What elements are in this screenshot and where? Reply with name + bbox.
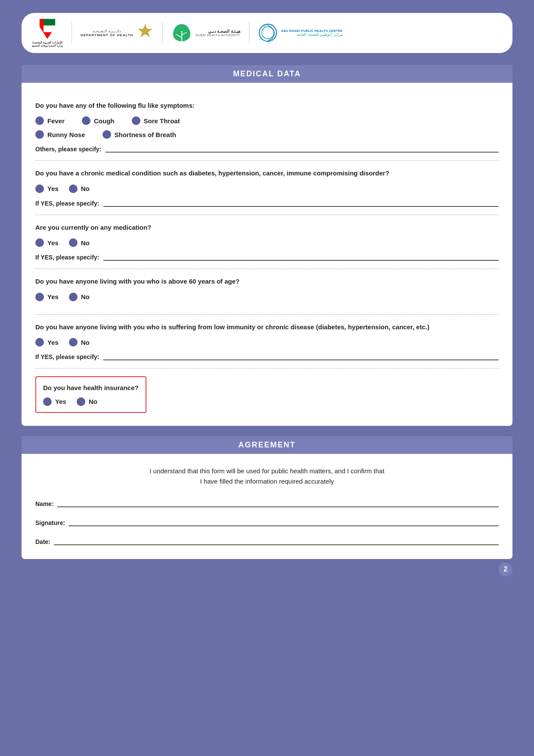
header-divider-3 — [249, 22, 249, 44]
symptom-sore-throat[interactable]: Sore Throat — [132, 116, 180, 125]
q5-yes-option[interactable]: Yes — [35, 338, 59, 347]
q1-others-label: Others, please specify: — [35, 146, 101, 153]
q4-no-label: No — [81, 293, 90, 300]
q2-yes-no: Yes No — [35, 184, 499, 193]
q3-no-option[interactable]: No — [69, 238, 90, 247]
q5-yes-dot — [35, 338, 44, 347]
dha-leaf-icon — [171, 22, 192, 43]
q2-yes-option[interactable]: Yes — [35, 184, 59, 193]
uae-logo: الإمارات العربية المتحدة وزارة الصحـة وو… — [32, 18, 63, 48]
doh-arabic-text: دائـــرة الـصـحـة — [81, 29, 133, 33]
header-divider-2 — [162, 22, 163, 44]
q5-no-option[interactable]: No — [69, 338, 90, 347]
medical-data-content: Do you have any of the following flu lik… — [22, 83, 512, 426]
dha-arabic-text: هيـئـة الصحـة دبـي — [196, 29, 240, 34]
q2-yes-dot — [35, 184, 44, 193]
q3-medication: Are you currently on any medication? Yes… — [35, 215, 499, 269]
q6-health-insurance: Do you have health insurance? Yes No — [35, 369, 499, 415]
q6-no-dot — [77, 397, 85, 406]
q3-specify-input[interactable] — [103, 252, 499, 261]
q3-yes-label: Yes — [47, 239, 59, 247]
runny-nose-label: Runny Nose — [47, 131, 85, 138]
dha-english-text: DUBAI HEALTH AUTHORITY — [196, 34, 240, 37]
q3-yes-option[interactable]: Yes — [35, 238, 59, 247]
doh-english-text: DEPARTMENT OF HEALTH — [81, 33, 133, 37]
q4-above-60: Do you have anyone living with you who i… — [35, 269, 499, 315]
q2-specify-label: If YES, please specify: — [35, 200, 99, 207]
q5-text: Do you have anyone living with you who i… — [35, 322, 499, 332]
q3-specify-row: If YES, please specify: — [35, 252, 499, 261]
q3-no-label: No — [81, 239, 90, 247]
svg-marker-4 — [138, 24, 152, 37]
adphc-english-text: ABU DHABI PUBLIC HEALTH CENTRE — [281, 29, 343, 32]
shortness-dot — [102, 130, 111, 139]
uae-emblem-icon — [39, 18, 56, 40]
q5-no-label: No — [81, 339, 90, 346]
agreement-line2: I have filled the information required a… — [35, 476, 499, 487]
shortness-label: Shortness of Breath — [115, 131, 176, 138]
page-number-circle: 2 — [499, 562, 512, 576]
q6-yes-no: Yes No — [43, 397, 139, 406]
q5-specify-input[interactable] — [103, 352, 499, 360]
svg-rect-3 — [40, 19, 43, 39]
symptom-cough[interactable]: Cough — [82, 116, 114, 125]
q6-no-option[interactable]: No — [77, 397, 97, 406]
q5-no-dot — [69, 338, 78, 347]
symptom-runny-nose[interactable]: Runny Nose — [35, 130, 85, 139]
cough-dot — [82, 116, 90, 125]
q6-text: Do you have health insurance? — [43, 383, 139, 393]
doh-logo: دائـــرة الـصـحـة DEPARTMENT OF HEALTH — [81, 23, 154, 43]
q4-yes-label: Yes — [47, 293, 59, 300]
q4-no-dot — [69, 293, 78, 301]
date-input[interactable] — [54, 537, 499, 545]
dha-logo: هيـئـة الصحـة دبـي DUBAI HEALTH AUTHORIT… — [171, 22, 240, 43]
name-input[interactable] — [57, 499, 499, 507]
runny-nose-dot — [35, 130, 44, 139]
q1-symptom-group: Fever Cough Sore Throat — [35, 116, 499, 125]
q2-specify-input[interactable] — [103, 198, 499, 207]
agreement-line1: I understand that this form will be used… — [35, 466, 499, 476]
sore-throat-dot — [132, 116, 140, 125]
q5-yes-label: Yes — [47, 339, 59, 346]
q1-text: Do you have any of the following flu lik… — [35, 101, 499, 111]
q6-yes-dot — [43, 397, 52, 406]
q5-specify-label: If YES, please specify: — [35, 353, 99, 360]
q4-text: Do you have anyone living with you who i… — [35, 277, 499, 287]
q6-yes-label: Yes — [55, 398, 66, 405]
q6-yes-option[interactable]: Yes — [43, 397, 66, 406]
date-label: Date: — [35, 538, 50, 545]
q2-no-option[interactable]: No — [69, 184, 90, 193]
q4-yes-option[interactable]: Yes — [35, 293, 59, 301]
page-number-area: 2 — [22, 562, 512, 576]
q3-yes-dot — [35, 238, 44, 247]
symptom-shortness-of-breath[interactable]: Shortness of Breath — [102, 130, 176, 139]
q1-others-row: Others, please specify: — [35, 144, 499, 153]
adphc-emblem-icon — [258, 23, 278, 43]
q3-yes-no: Yes No — [35, 238, 499, 247]
header-divider-1 — [71, 22, 72, 44]
q1-others-input[interactable] — [106, 144, 499, 153]
q2-specify-row: If YES, please specify: — [35, 198, 499, 207]
signature-field-row: Signature: — [35, 518, 499, 526]
doh-emblem-icon — [137, 23, 154, 43]
q2-yes-label: Yes — [47, 185, 59, 192]
q3-specify-label: If YES, please specify: — [35, 254, 99, 261]
fever-dot — [35, 116, 44, 125]
date-field-row: Date: — [35, 537, 499, 545]
dha-text-block: هيـئـة الصحـة دبـي DUBAI HEALTH AUTHORIT… — [196, 29, 240, 37]
q2-text: Do you have a chronic medical condition … — [35, 169, 499, 178]
signature-input[interactable] — [68, 518, 499, 526]
q2-no-dot — [69, 184, 78, 193]
medical-data-title: MEDICAL DATA — [22, 65, 512, 83]
svg-rect-2 — [40, 32, 55, 39]
sore-throat-label: Sore Throat — [144, 117, 180, 125]
q3-text: Are you currently on any medication? — [35, 223, 499, 233]
q4-no-option[interactable]: No — [69, 293, 90, 301]
agreement-title: AGREEMENT — [22, 436, 512, 454]
q2-chronic-condition: Do you have a chronic medical condition … — [35, 161, 499, 215]
name-label: Name: — [35, 500, 54, 507]
agreement-statement: I understand that this form will be used… — [35, 466, 499, 487]
symptom-fever[interactable]: Fever — [35, 116, 65, 125]
agreement-box: I understand that this form will be used… — [22, 454, 512, 559]
q3-no-dot — [69, 238, 78, 247]
